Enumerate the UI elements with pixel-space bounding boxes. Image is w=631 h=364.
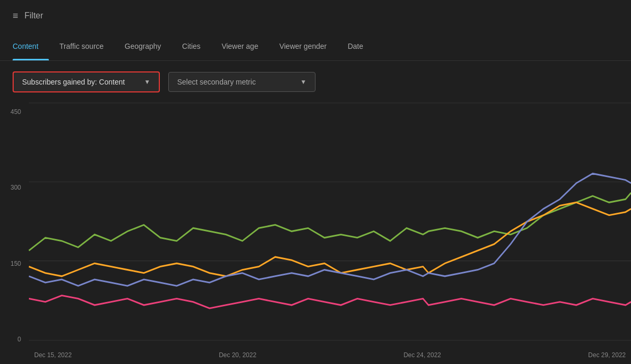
tab-traffic-source[interactable]: Traffic source xyxy=(49,32,114,60)
tab-cities[interactable]: Cities xyxy=(171,32,211,60)
controls-bar: Subscribers gained by: Content ▼ Select … xyxy=(0,61,631,103)
x-label-dec20: Dec 20, 2022 xyxy=(219,351,256,359)
y-label-150: 150 xyxy=(11,260,21,267)
x-axis: Dec 15, 2022 Dec 20, 2022 Dec 24, 2022 D… xyxy=(29,351,631,359)
tabs-bar: Content Traffic source Geography Cities … xyxy=(0,32,631,61)
chart-svg xyxy=(29,103,631,340)
x-label-dec29: Dec 29, 2022 xyxy=(588,351,626,359)
chart-container xyxy=(29,103,631,340)
tab-viewer-gender[interactable]: Viewer gender xyxy=(269,32,337,60)
y-label-300: 300 xyxy=(11,184,21,191)
y-label-450: 450 xyxy=(11,108,21,116)
green-line xyxy=(29,193,631,251)
tab-date[interactable]: Date xyxy=(337,32,374,60)
pink-line xyxy=(29,295,631,308)
tab-content[interactable]: Content xyxy=(13,32,49,60)
header: ≡ Filter xyxy=(0,0,631,32)
y-label-0: 0 xyxy=(17,336,21,343)
tab-geography[interactable]: Geography xyxy=(114,32,171,60)
orange-line xyxy=(29,202,631,276)
primary-dropdown-arrow: ▼ xyxy=(144,78,150,86)
primary-metric-label: Subscribers gained by: Content xyxy=(22,78,125,86)
x-label-dec24: Dec 24, 2022 xyxy=(403,351,441,359)
filter-icon[interactable]: ≡ xyxy=(13,11,18,22)
y-axis: 450 300 150 0 xyxy=(11,103,21,343)
secondary-metric-dropdown[interactable]: Select secondary metric ▼ xyxy=(168,72,316,92)
secondary-metric-label: Select secondary metric xyxy=(177,78,256,86)
secondary-dropdown-arrow: ▼ xyxy=(300,78,307,86)
filter-label: Filter xyxy=(25,11,44,20)
x-label-dec15: Dec 15, 2022 xyxy=(34,351,72,359)
tab-viewer-age[interactable]: Viewer age xyxy=(211,32,269,60)
primary-metric-dropdown[interactable]: Subscribers gained by: Content ▼ xyxy=(13,71,160,92)
main-content: Subscribers gained by: Content ▼ Select … xyxy=(0,61,631,364)
